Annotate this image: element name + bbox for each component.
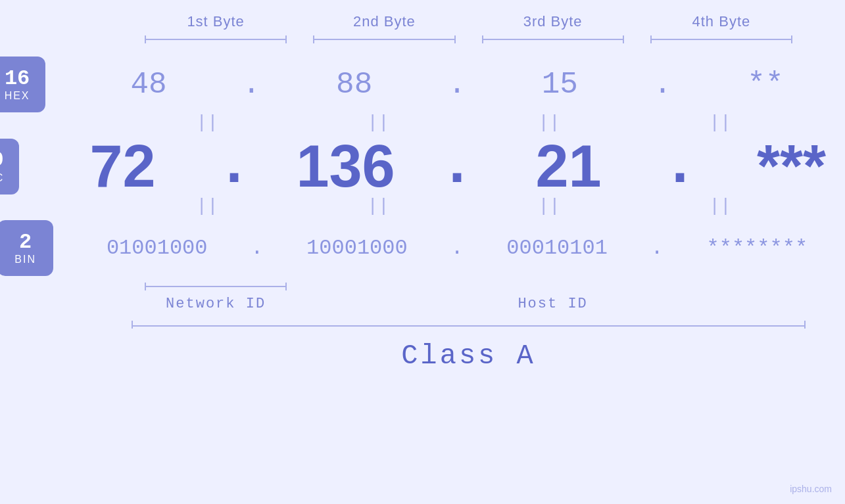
bin-badge-number: 2 (19, 231, 32, 254)
bracket-1 (132, 34, 300, 47)
dec-row: 10 DEC 72 . 136 . 21 . *** (39, 137, 806, 196)
bin-dot-2: . (447, 236, 466, 260)
equals-row-1: || || || || (39, 112, 806, 133)
hex-cell-3: 15 (470, 68, 650, 102)
bin-badge-label: BIN (14, 254, 36, 265)
hex-badge-number: 16 (5, 67, 30, 90)
id-labels: Network ID Host ID (39, 296, 806, 312)
class-label: Class A (132, 340, 806, 372)
hex-badge-label: HEX (5, 90, 30, 102)
dec-cell-1: 72 (32, 137, 213, 196)
top-brackets (39, 34, 806, 47)
bin-val-3: 00010101 (506, 236, 608, 260)
dec-val-1: 72 (89, 133, 155, 199)
dec-badge-label: DEC (0, 172, 4, 184)
bot-bracket-1 (132, 279, 300, 292)
bin-dot-1: . (247, 236, 266, 260)
dec-dot-1: . (213, 137, 255, 196)
dec-cell-3: 21 (478, 137, 659, 196)
dec-cell-4: *** (701, 137, 845, 196)
bracket-2 (300, 34, 468, 47)
bottom-brackets (39, 279, 806, 292)
bin-cell-4: ******** (667, 236, 845, 260)
bracket-3 (469, 34, 637, 47)
dec-dot-2: . (436, 137, 478, 196)
dec-badge: 10 DEC (0, 139, 19, 195)
host-id-label: Host ID (300, 296, 806, 312)
bin-values: 01001000 . 10001000 . 00010101 . *******… (66, 236, 845, 260)
dec-dot-3: . (659, 137, 701, 196)
bin-badge: 2 BIN (0, 220, 53, 276)
network-id-label: Network ID (132, 296, 300, 312)
dec-values: 72 . 136 . 21 . *** (32, 137, 845, 196)
eq-1-1: || (122, 112, 293, 133)
hex-values: 48 . 88 . 15 . ** (59, 68, 845, 102)
bin-val-2: 10001000 (306, 236, 408, 260)
byte-header-2: 2nd Byte (300, 13, 468, 30)
hex-dot-3: . (650, 70, 675, 100)
hex-dot-1: . (239, 70, 264, 100)
outer-bracket-row (39, 317, 806, 331)
watermark: ipshu.com (790, 484, 832, 494)
byte-header-3: 3rd Byte (469, 13, 637, 30)
bin-row: 2 BIN 01001000 . 10001000 . 00010101 . *… (39, 220, 806, 276)
bracket-4 (637, 34, 806, 47)
outer-bracket (132, 317, 806, 331)
byte-header-4: 4th Byte (637, 13, 806, 30)
dec-badge-number: 10 (0, 149, 4, 172)
hex-cell-4: ** (675, 68, 845, 102)
bin-cell-1: 01001000 (66, 236, 247, 260)
dec-val-3: 21 (535, 133, 601, 199)
byte-headers: 1st Byte 2nd Byte 3rd Byte 4th Byte (39, 13, 806, 30)
dec-val-2: 136 (296, 133, 395, 199)
hex-cell-1: 48 (59, 68, 239, 102)
eq-1-4: || (635, 112, 806, 133)
bin-val-1: 01001000 (107, 236, 208, 260)
byte-header-1: 1st Byte (132, 13, 300, 30)
bin-cell-3: 00010101 (467, 236, 648, 260)
hex-row: 16 HEX 48 . 88 . 15 . ** (39, 57, 806, 112)
hex-dot-2: . (445, 70, 470, 100)
eq-1-3: || (464, 112, 635, 133)
eq-1-2: || (293, 112, 464, 133)
hex-val-1: 48 (130, 68, 166, 102)
bin-cell-2: 10001000 (266, 236, 447, 260)
hex-val-4: ** (747, 68, 783, 102)
hex-cell-2: 88 (264, 68, 445, 102)
hex-badge: 16 HEX (0, 57, 45, 112)
bin-val-4: ******** (707, 236, 808, 260)
dec-cell-2: 136 (255, 137, 436, 196)
hex-val-2: 88 (336, 68, 372, 102)
dec-val-4: *** (757, 133, 826, 199)
main-container: 1st Byte 2nd Byte 3rd Byte 4th Byte 16 H… (0, 0, 845, 504)
hex-val-3: 15 (542, 68, 578, 102)
class-row: Class A (39, 340, 806, 372)
bin-dot-3: . (648, 236, 667, 260)
